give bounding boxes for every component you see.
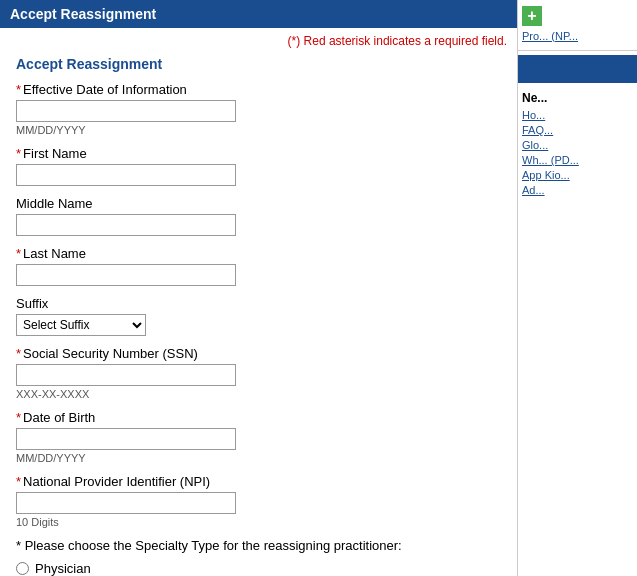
sidebar-news: Ne... Ho... FAQ... Glo... Wh... (PD... A…	[518, 87, 637, 203]
dob-label: *Date of Birth	[16, 410, 501, 425]
npi-required-star: *	[16, 474, 21, 489]
first-name-input[interactable]	[16, 164, 236, 186]
first-name-required-star: *	[16, 146, 21, 161]
sidebar-blue-bar	[518, 55, 637, 83]
ssn-hint: XXX-XX-XXXX	[16, 388, 501, 400]
ssn-required-star: *	[16, 346, 21, 361]
last-name-input[interactable]	[16, 264, 236, 286]
middle-name-label: Middle Name	[16, 196, 501, 211]
npi-input[interactable]	[16, 492, 236, 514]
sidebar-news-link-0[interactable]: Ho...	[522, 109, 633, 121]
sidebar-news-link-2[interactable]: Glo...	[522, 139, 633, 151]
middle-name-input[interactable]	[16, 214, 236, 236]
dob-required-star: *	[16, 410, 21, 425]
npi-label: *National Provider Identifier (NPI)	[16, 474, 501, 489]
sidebar-news-link-5[interactable]: Ad...	[522, 184, 633, 196]
ssn-input[interactable]	[16, 364, 236, 386]
effective-date-required-star: *	[16, 82, 21, 97]
effective-date-label: *Effective Date of Information	[16, 82, 501, 97]
form-section-title: Accept Reassignment	[16, 56, 501, 72]
specialty-field-group: * Please choose the Specialty Type for t…	[16, 538, 501, 576]
effective-date-input[interactable]	[16, 100, 236, 122]
effective-date-field-group: *Effective Date of Information MM/DD/YYY…	[16, 82, 501, 136]
physician-radio-item: Physician	[16, 561, 501, 576]
npi-hint: 10 Digits	[16, 516, 501, 528]
sidebar-news-link-1[interactable]: FAQ...	[522, 124, 633, 136]
main-content: Accept Reassignment (*) Red asterisk ind…	[0, 0, 517, 576]
sidebar-top: + Pro... (NP...	[518, 0, 637, 51]
middle-name-field-group: Middle Name	[16, 196, 501, 236]
page-header: Accept Reassignment	[0, 0, 517, 28]
physician-radio-label: Physician	[35, 561, 91, 576]
specialty-question: * Please choose the Specialty Type for t…	[16, 538, 501, 553]
last-name-required-star: *	[16, 246, 21, 261]
add-button[interactable]: +	[522, 6, 542, 26]
ssn-field-group: *Social Security Number (SSN) XXX-XX-XXX…	[16, 346, 501, 400]
suffix-select[interactable]: Select Suffix Jr. Sr. II III IV MD DO Ph…	[16, 314, 146, 336]
sidebar-news-link-4[interactable]: App Kio...	[522, 169, 633, 181]
dob-input[interactable]	[16, 428, 236, 450]
page-header-title: Accept Reassignment	[10, 6, 156, 22]
specialty-radio-group: Physician Non-Physician	[16, 561, 501, 576]
physician-radio[interactable]	[16, 562, 29, 575]
sidebar-news-link-3[interactable]: Wh... (PD...	[522, 154, 633, 166]
first-name-label: *First Name	[16, 146, 501, 161]
sidebar-link-pro[interactable]: Pro... (NP...	[522, 30, 633, 42]
dob-field-group: *Date of Birth MM/DD/YYYY	[16, 410, 501, 464]
npi-field-group: *National Provider Identifier (NPI) 10 D…	[16, 474, 501, 528]
first-name-field-group: *First Name	[16, 146, 501, 186]
required-notice: (*) Red asterisk indicates a required fi…	[0, 28, 517, 52]
effective-date-hint: MM/DD/YYYY	[16, 124, 501, 136]
last-name-field-group: *Last Name	[16, 246, 501, 286]
suffix-field-group: Suffix Select Suffix Jr. Sr. II III IV M…	[16, 296, 501, 336]
right-sidebar: + Pro... (NP... Ne... Ho... FAQ... Glo..…	[517, 0, 637, 576]
ssn-label: *Social Security Number (SSN)	[16, 346, 501, 361]
suffix-label: Suffix	[16, 296, 501, 311]
sidebar-news-title: Ne...	[522, 91, 633, 105]
last-name-label: *Last Name	[16, 246, 501, 261]
form-container: Accept Reassignment *Effective Date of I…	[0, 52, 517, 576]
dob-hint: MM/DD/YYYY	[16, 452, 501, 464]
